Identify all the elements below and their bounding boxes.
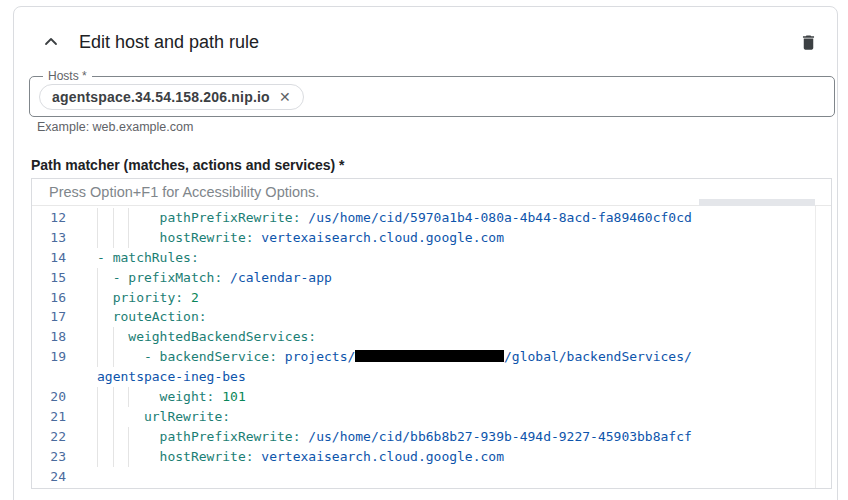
code-text: - matchRules: [97,248,199,268]
code-token: - matchRules: [97,250,199,265]
code-line[interactable]: 16 priority: 2 [32,288,815,308]
code-token: hostRewrite: [97,230,254,245]
line-number: 17 [32,307,66,327]
code-text: hostRewrite: vertexaisearch.cloud.google… [97,228,504,248]
code-text: routeAction: [97,307,207,327]
code-line[interactable]: agentspace-ineg-bes [32,367,815,387]
line-number: 14 [32,248,66,268]
code-line[interactable]: 20 weight: 101 [32,387,815,407]
code-lines: 12 pathPrefixRewrite: /us/home/cid/5970a… [32,208,815,486]
edit-host-path-rule-card: Edit host and path rule Hosts * agentspa… [13,6,838,500]
code-line[interactable]: 21 urlRewrite: [32,407,815,427]
indent-guide [97,228,98,248]
code-text: agentspace-ineg-bes [97,367,246,387]
code-token: priority: [97,290,183,305]
code-line[interactable]: 18 weightedBackendServices: [32,327,815,347]
code-token: urlRewrite: [97,409,230,424]
code-token: - backendService: [97,349,277,364]
code-line[interactable]: 17 routeAction: [32,307,815,327]
code-line[interactable]: 24 [32,467,815,487]
chip-close-icon[interactable]: ✕ [279,90,291,104]
indent-guide [128,208,129,228]
indent-guide [97,268,98,288]
line-number: 19 [32,347,66,367]
indent-guide [97,347,98,367]
code-text: weightedBackendServices: [97,327,316,347]
indent-guide [113,427,114,447]
hosts-label: Hosts * [43,69,92,83]
indent-guide [113,208,114,228]
code-token: vertexaisearch.cloud.google.com [254,449,504,464]
indent-guide [97,327,98,347]
host-chip-label: agentspace.34.54.158.206.nip.io [52,89,270,105]
code-token: weightedBackendServices: [97,329,316,344]
hosts-field[interactable]: Hosts * agentspace.34.54.158.206.nip.io … [29,76,835,117]
horizontal-scrollbar-thumb[interactable] [699,199,815,206]
indent-guide [97,307,98,327]
path-matcher-label: Path matcher (matches, actions and servi… [31,157,345,173]
code-token: /us/home/cid/bb6b8b27-939b-494d-9227-459… [301,429,692,444]
indent-guide [97,288,98,308]
path-matcher-code-editor[interactable]: Press Option+F1 for Accessibility Option… [31,178,832,489]
line-number: 21 [32,407,66,427]
indent-guide [113,327,114,347]
code-line[interactable]: 15 - prefixMatch: /calendar-app [32,268,815,288]
indent-guide [97,427,98,447]
code-token: /calendar-app [222,270,332,285]
code-text: - backendService: projects//global/backe… [97,347,692,367]
code-text: urlRewrite: [97,407,230,427]
vertical-scrollbar-track[interactable] [815,206,816,488]
indent-guide [113,447,114,467]
chevron-up-glyph [43,34,59,50]
code-token: 2 [183,290,199,305]
page-title: Edit host and path rule [79,32,259,53]
line-number: 24 [32,467,66,487]
code-text: pathPrefixRewrite: /us/home/cid/bb6b8b27… [97,427,692,447]
code-line[interactable]: 19 - backendService: projects//global/ba… [32,347,815,367]
indent-guide [128,447,129,467]
redacted-text [355,350,504,362]
delete-rule-button[interactable] [797,31,819,53]
indent-guide [113,407,114,427]
line-number: 18 [32,327,66,347]
code-line[interactable]: 23 hostRewrite: vertexaisearch.cloud.goo… [32,447,815,467]
line-number: 22 [32,427,66,447]
collapse-chevron-icon[interactable] [40,31,62,53]
code-token: routeAction: [97,309,207,324]
host-chip[interactable]: agentspace.34.54.158.206.nip.io ✕ [39,84,304,110]
indent-guide [97,407,98,427]
code-token: /global/backendServices/ [504,349,692,364]
line-number: 12 [32,208,66,228]
code-line[interactable]: 12 pathPrefixRewrite: /us/home/cid/5970a… [32,208,815,228]
code-token: weight: [97,389,214,404]
code-line[interactable]: 13 hostRewrite: vertexaisearch.cloud.goo… [32,228,815,248]
code-token: agentspace-ineg-bes [97,369,246,384]
indent-guide [113,228,114,248]
code-token: projects/ [277,349,355,364]
indent-guide [113,347,114,367]
code-text: hostRewrite: vertexaisearch.cloud.google… [97,447,504,467]
indent-guide [128,387,129,407]
code-text: pathPrefixRewrite: /us/home/cid/5970a1b4… [97,208,692,228]
code-token: 101 [214,389,245,404]
hosts-helper-text: Example: web.example.com [37,120,193,134]
line-number: 23 [32,447,66,467]
code-token: vertexaisearch.cloud.google.com [254,230,504,245]
indent-guide [128,427,129,447]
code-line[interactable]: 14- matchRules: [32,248,815,268]
line-number: 15 [32,268,66,288]
line-number [32,367,66,387]
code-token: /us/home/cid/5970a1b4-080a-4b44-8acd-fa8… [301,210,692,225]
code-line[interactable]: 22 pathPrefixRewrite: /us/home/cid/bb6b8… [32,427,815,447]
code-text: - prefixMatch: /calendar-app [97,268,332,288]
indent-guide [97,447,98,467]
code-token: hostRewrite: [97,449,254,464]
code-text: priority: 2 [97,288,199,308]
indent-guide [97,387,98,407]
line-number: 13 [32,228,66,248]
indent-guide [97,208,98,228]
line-number: 16 [32,288,66,308]
line-number: 20 [32,387,66,407]
code-text: weight: 101 [97,387,246,407]
indent-guide [113,387,114,407]
